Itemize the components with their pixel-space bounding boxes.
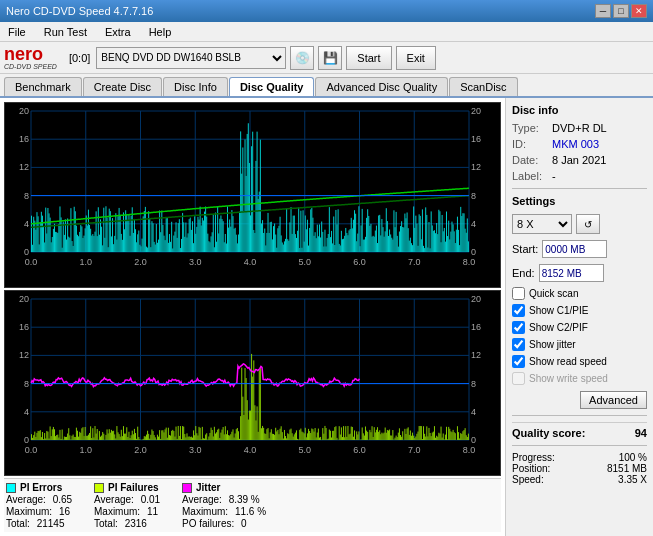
progress-row: Progress: 100 % — [512, 452, 647, 463]
pi-failures-color — [94, 483, 104, 493]
pi-failures-stat: PI Failures Average: 0.01 Maximum: 11 To… — [94, 482, 174, 529]
divider-3 — [512, 445, 647, 446]
show-c2pif-row: Show C2/PIF — [512, 321, 647, 334]
quick-scan-label: Quick scan — [529, 288, 578, 299]
speed-value: 3.35 X — [618, 474, 647, 485]
progress-value: 100 % — [619, 452, 647, 463]
show-c2pif-checkbox[interactable] — [512, 321, 525, 334]
pi-failures-total: Total: 2316 — [94, 518, 174, 529]
toolbar: nero CD-DVD SPEED [0:0] BENQ DVD DD DW16… — [0, 42, 653, 74]
close-button[interactable]: ✕ — [631, 4, 647, 18]
start-row: Start: — [512, 240, 647, 258]
exit-button[interactable]: Exit — [396, 46, 436, 70]
maximize-button[interactable]: □ — [613, 4, 629, 18]
show-write-speed-row: Show write speed — [512, 372, 647, 385]
end-input[interactable] — [539, 264, 604, 282]
date-label: Date: — [512, 154, 548, 166]
title-text: Nero CD-DVD Speed 4.7.7.16 — [6, 5, 153, 17]
show-jitter-label: Show jitter — [529, 339, 576, 350]
tab-disc-quality[interactable]: Disc Quality — [229, 77, 315, 96]
show-c2pif-label: Show C2/PIF — [529, 322, 588, 333]
tab-create-disc[interactable]: Create Disc — [83, 77, 162, 96]
jitter-po: PO failures: 0 — [182, 518, 266, 529]
main-content: PI Errors Average: 0.65 Maximum: 16 Tota… — [0, 98, 653, 536]
pi-failures-avg: Average: 0.01 — [94, 494, 174, 505]
nero-sub-text: CD-DVD SPEED — [4, 63, 57, 70]
menu-extra[interactable]: Extra — [101, 25, 135, 39]
id-value: MKM 003 — [552, 138, 599, 150]
start-button[interactable]: Start — [346, 46, 391, 70]
id-label: ID: — [512, 138, 548, 150]
pi-errors-max: Maximum: 16 — [6, 506, 86, 517]
menu-file[interactable]: File — [4, 25, 30, 39]
show-write-speed-label: Show write speed — [529, 373, 608, 384]
pi-errors-avg: Average: 0.65 — [6, 494, 86, 505]
tab-advanced-disc-quality[interactable]: Advanced Disc Quality — [315, 77, 448, 96]
jitter-label: Jitter — [196, 482, 220, 493]
jitter-stat: Jitter Average: 8.39 % Maximum: 11.6 % P… — [182, 482, 266, 529]
show-read-speed-label: Show read speed — [529, 356, 607, 367]
pi-errors-color — [6, 483, 16, 493]
tab-benchmark[interactable]: Benchmark — [4, 77, 82, 96]
type-label: Type: — [512, 122, 548, 134]
disc-type-row: Type: DVD+R DL — [512, 122, 647, 134]
divider-1 — [512, 188, 647, 189]
chart-top — [4, 102, 501, 288]
jitter-color — [182, 483, 192, 493]
speed-row: 8 X ↺ — [512, 214, 647, 234]
minimize-button[interactable]: ─ — [595, 4, 611, 18]
refresh-button[interactable]: ↺ — [576, 214, 600, 234]
advanced-button[interactable]: Advanced — [580, 391, 647, 409]
chart-bottom — [4, 290, 501, 476]
title-bar: Nero CD-DVD Speed 4.7.7.16 ─ □ ✕ — [0, 0, 653, 22]
show-write-speed-checkbox — [512, 372, 525, 385]
progress-section: Progress: 100 % Position: 8151 MB Speed:… — [512, 452, 647, 485]
drive-select[interactable]: BENQ DVD DD DW1640 BSLB — [96, 47, 286, 69]
show-read-speed-checkbox[interactable] — [512, 355, 525, 368]
disc-info-title: Disc info — [512, 104, 647, 116]
show-c1pie-label: Show C1/PIE — [529, 305, 588, 316]
tab-disc-info[interactable]: Disc Info — [163, 77, 228, 96]
type-value: DVD+R DL — [552, 122, 607, 134]
right-panel: Disc info Type: DVD+R DL ID: MKM 003 Dat… — [505, 98, 653, 536]
menu-run-test[interactable]: Run Test — [40, 25, 91, 39]
quality-score-row: Quality score: 94 — [512, 422, 647, 439]
jitter-max: Maximum: 11.6 % — [182, 506, 266, 517]
show-c1pie-checkbox[interactable] — [512, 304, 525, 317]
speed-row-progress: Speed: 3.35 X — [512, 474, 647, 485]
pi-failures-max: Maximum: 11 — [94, 506, 174, 517]
end-row: End: — [512, 264, 647, 282]
show-c1pie-row: Show C1/PIE — [512, 304, 647, 317]
start-label: Start: — [512, 243, 538, 255]
label-label: Label: — [512, 170, 548, 182]
quick-scan-checkbox[interactable] — [512, 287, 525, 300]
disc-id-row: ID: MKM 003 — [512, 138, 647, 150]
position-value: 8151 MB — [607, 463, 647, 474]
position-label: Position: — [512, 463, 550, 474]
disc-icon-button[interactable]: 💿 — [290, 46, 314, 70]
position-row: Position: 8151 MB — [512, 463, 647, 474]
window-controls: ─ □ ✕ — [595, 4, 647, 18]
jitter-avg: Average: 8.39 % — [182, 494, 266, 505]
date-value: 8 Jan 2021 — [552, 154, 606, 166]
menu-bar: File Run Test Extra Help — [0, 22, 653, 42]
stats-row: PI Errors Average: 0.65 Maximum: 16 Tota… — [4, 478, 501, 532]
tab-scandisc[interactable]: ScanDisc — [449, 77, 517, 96]
start-input[interactable] — [542, 240, 607, 258]
show-read-speed-row: Show read speed — [512, 355, 647, 368]
settings-title: Settings — [512, 195, 647, 207]
progress-label: Progress: — [512, 452, 555, 463]
pi-errors-label: PI Errors — [20, 482, 62, 493]
disc-label-row: Label: - — [512, 170, 647, 182]
divider-2 — [512, 415, 647, 416]
show-jitter-checkbox[interactable] — [512, 338, 525, 351]
tabs-bar: Benchmark Create Disc Disc Info Disc Qua… — [0, 74, 653, 98]
drive-label: [0:0] — [69, 52, 90, 64]
menu-help[interactable]: Help — [145, 25, 176, 39]
save-button[interactable]: 💾 — [318, 46, 342, 70]
nero-logo-text: nero — [4, 45, 57, 63]
nero-logo: nero CD-DVD SPEED — [4, 45, 57, 70]
show-jitter-row: Show jitter — [512, 338, 647, 351]
label-value: - — [552, 170, 556, 182]
speed-select[interactable]: 8 X — [512, 214, 572, 234]
